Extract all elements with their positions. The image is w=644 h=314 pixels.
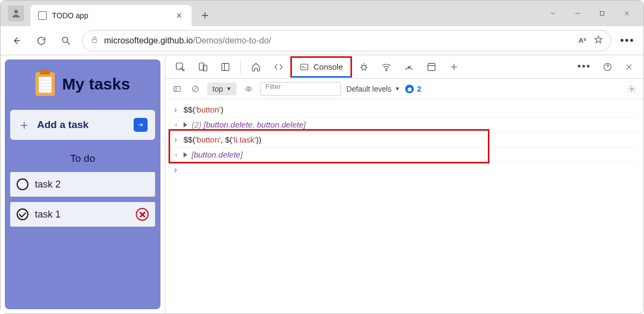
- refresh-button[interactable]: [31, 30, 52, 51]
- console-sidebar-toggle[interactable]: [171, 83, 184, 95]
- svg-point-17: [631, 88, 633, 90]
- welcome-tab[interactable]: [245, 57, 267, 77]
- window-maximize-button[interactable]: [590, 3, 614, 24]
- svg-point-11: [408, 66, 410, 68]
- task-checkbox-checked-icon[interactable]: [17, 208, 28, 220]
- svg-rect-1: [601, 12, 604, 16]
- task-label: task 1: [35, 209, 61, 220]
- devtools-tabstrip: Console •••: [165, 55, 643, 79]
- prompt-chevron-icon: [172, 165, 179, 175]
- log-levels-select[interactable]: Default levels▼: [346, 85, 400, 93]
- sources-tab-bug-icon[interactable]: [353, 57, 375, 77]
- window-minimize-button[interactable]: [565, 3, 590, 24]
- devtools-panel: Console ••• top▼: [165, 55, 643, 313]
- browser-window: TODO app × ＋ microsoftedge.github.io/Dem…: [0, 0, 644, 314]
- svg-rect-3: [92, 39, 97, 42]
- address-bar[interactable]: microsoftedge.github.io/Demos/demo-to-do…: [82, 30, 611, 51]
- tab-overflow-icon[interactable]: [540, 3, 565, 24]
- task-delete-button[interactable]: [136, 208, 149, 221]
- task-label: task 2: [35, 179, 61, 190]
- add-task-submit-button[interactable]: [134, 118, 148, 132]
- devtools-close-button[interactable]: [619, 57, 639, 77]
- console-settings-button[interactable]: [625, 83, 638, 95]
- favorite-icon[interactable]: [594, 35, 603, 47]
- output-chevron-icon: [172, 121, 179, 129]
- browser-menu-button[interactable]: •••: [617, 34, 638, 47]
- window-controls: [540, 1, 643, 26]
- execution-context-select[interactable]: top▼: [207, 83, 237, 95]
- plus-icon: ＋: [18, 116, 31, 133]
- svg-point-2: [62, 37, 68, 42]
- elements-tab[interactable]: [268, 57, 289, 77]
- live-expression-button[interactable]: [242, 83, 255, 95]
- search-button[interactable]: [55, 30, 77, 51]
- navigation-bar: microsoftedge.github.io/Demos/demo-to-do…: [1, 26, 643, 55]
- page-title: My tasks: [62, 75, 130, 93]
- todo-section-label: To do: [10, 153, 155, 165]
- svg-rect-8: [301, 64, 308, 70]
- add-task-placeholder: Add a task: [37, 119, 89, 131]
- tab-favicon-icon: [38, 11, 47, 20]
- add-task-input[interactable]: ＋ Add a task: [10, 110, 155, 140]
- console-tab-label: Console: [313, 62, 343, 71]
- device-emulation-button[interactable]: [192, 57, 214, 77]
- console-input-line: $$('button'): [169, 102, 638, 117]
- issues-icon: [405, 85, 414, 93]
- clear-console-button[interactable]: [189, 83, 202, 95]
- more-tabs-button[interactable]: [443, 57, 465, 77]
- performance-tab-icon[interactable]: [398, 57, 420, 77]
- input-chevron-icon: [172, 104, 179, 115]
- read-aloud-icon[interactable]: Aª: [579, 36, 586, 44]
- dock-side-button[interactable]: [215, 57, 236, 77]
- clipboard-icon: [35, 72, 55, 96]
- profile-avatar[interactable]: [8, 5, 24, 21]
- console-tab[interactable]: Console: [290, 56, 352, 78]
- svg-rect-7: [222, 63, 229, 70]
- console-toolbar: top▼ Filter Default levels▼ 2: [165, 79, 643, 99]
- devtools-help-icon[interactable]: [597, 57, 618, 77]
- task-checkbox-icon[interactable]: [17, 178, 28, 190]
- svg-point-16: [247, 88, 250, 90]
- network-tab-icon[interactable]: [376, 57, 397, 77]
- annotation-highlight: [169, 129, 489, 163]
- svg-point-10: [386, 70, 387, 71]
- tab-close-icon[interactable]: ×: [174, 10, 184, 21]
- new-tab-button[interactable]: ＋: [196, 6, 214, 24]
- svg-rect-12: [428, 63, 435, 70]
- tab-strip: TODO app × ＋: [1, 1, 643, 26]
- console-prompt[interactable]: [169, 162, 638, 177]
- task-item[interactable]: task 1: [10, 202, 155, 227]
- site-lock-icon[interactable]: [90, 35, 99, 46]
- back-button[interactable]: [6, 30, 27, 51]
- console-output[interactable]: $$('button') (2) [button.delete, button.…: [165, 99, 643, 313]
- expand-icon[interactable]: [184, 122, 187, 128]
- tab-title: TODO app: [52, 11, 170, 20]
- window-close-button[interactable]: [614, 3, 639, 24]
- svg-point-9: [362, 65, 366, 69]
- console-filter-input[interactable]: Filter: [260, 82, 341, 96]
- inspect-element-button[interactable]: [170, 57, 191, 77]
- content-area: My tasks ＋ Add a task To do task 2 task …: [1, 55, 643, 313]
- task-item[interactable]: task 2: [10, 172, 155, 197]
- svg-point-0: [14, 10, 18, 13]
- application-tab-icon[interactable]: [421, 57, 442, 77]
- rendered-page: My tasks ＋ Add a task To do task 2 task …: [1, 55, 165, 313]
- url-text: microsoftedge.github.io/Demos/demo-to-do…: [104, 36, 271, 46]
- browser-tab[interactable]: TODO app ×: [31, 5, 192, 26]
- devtools-more-icon[interactable]: •••: [572, 57, 596, 77]
- issues-badge[interactable]: 2: [405, 85, 421, 93]
